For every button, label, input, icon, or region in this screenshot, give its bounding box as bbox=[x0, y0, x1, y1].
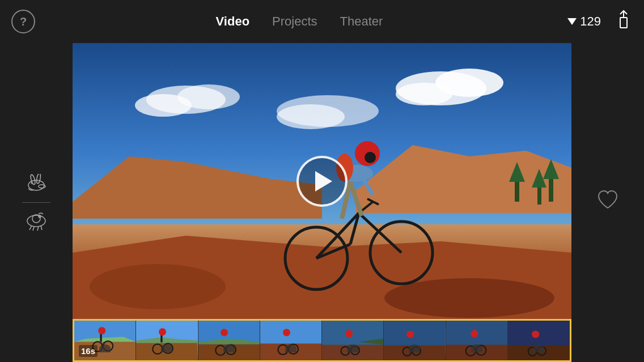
svg-point-33 bbox=[90, 264, 226, 309]
slow-speed-icon[interactable] bbox=[22, 208, 51, 231]
filmstrip-thumb-2[interactable] bbox=[136, 321, 198, 360]
help-icon: ? bbox=[20, 15, 27, 28]
svg-rect-82 bbox=[384, 346, 445, 360]
share-button[interactable] bbox=[615, 10, 633, 33]
top-navigation-bar: ? Video Projects Theater 129 bbox=[0, 0, 644, 43]
tab-projects[interactable]: Projects bbox=[272, 12, 317, 31]
svg-point-74 bbox=[283, 329, 290, 336]
fast-speed-icon[interactable] bbox=[22, 174, 51, 197]
svg-point-80 bbox=[345, 330, 353, 338]
speed-controls bbox=[22, 174, 51, 232]
svg-point-6 bbox=[31, 182, 33, 184]
topbar-left: ? bbox=[11, 10, 57, 33]
svg-line-9 bbox=[29, 225, 32, 230]
filmstrip-thumb-8[interactable] bbox=[508, 321, 570, 360]
tab-theater[interactable]: Theater bbox=[340, 12, 383, 31]
timeline-strip[interactable]: 16s bbox=[73, 319, 571, 362]
filmstrip-thumb-7[interactable] bbox=[446, 321, 508, 360]
video-count-badge: 129 bbox=[567, 14, 601, 29]
right-sidebar bbox=[571, 43, 644, 362]
svg-point-69 bbox=[220, 329, 227, 336]
filmstrip-thumb-5[interactable] bbox=[322, 321, 384, 360]
filmstrip-thumb-4[interactable] bbox=[260, 321, 322, 360]
topbar-right: 129 bbox=[542, 10, 633, 33]
svg-point-4 bbox=[36, 174, 41, 184]
svg-point-63 bbox=[159, 328, 166, 335]
tab-bar: Video Projects Theater bbox=[216, 12, 383, 31]
svg-rect-71 bbox=[260, 343, 321, 360]
video-player bbox=[73, 43, 571, 319]
filmstrip bbox=[74, 321, 570, 360]
svg-line-12 bbox=[41, 225, 42, 230]
tab-video[interactable]: Video bbox=[216, 12, 250, 31]
svg-point-56 bbox=[98, 327, 105, 334]
svg-point-85 bbox=[406, 331, 414, 338]
help-button[interactable]: ? bbox=[11, 10, 35, 33]
svg-point-7 bbox=[27, 215, 45, 227]
svg-rect-0 bbox=[620, 18, 627, 28]
play-icon bbox=[315, 171, 332, 191]
play-button[interactable] bbox=[296, 156, 348, 207]
svg-rect-58 bbox=[136, 343, 197, 360]
favorite-button[interactable] bbox=[596, 190, 619, 215]
svg-line-10 bbox=[33, 227, 34, 231]
svg-rect-65 bbox=[198, 344, 260, 360]
svg-rect-76 bbox=[322, 345, 383, 360]
video-background bbox=[73, 43, 571, 319]
svg-line-11 bbox=[37, 227, 39, 231]
svg-point-20 bbox=[177, 84, 240, 109]
svg-point-3 bbox=[30, 174, 36, 185]
svg-point-90 bbox=[471, 330, 478, 338]
filmstrip-thumb-3[interactable] bbox=[198, 321, 260, 360]
svg-point-61 bbox=[163, 343, 173, 353]
svg-point-45 bbox=[365, 152, 376, 163]
filmstrip-thumb-6[interactable] bbox=[384, 321, 446, 360]
svg-point-95 bbox=[532, 331, 539, 338]
left-sidebar bbox=[0, 43, 73, 362]
share-icon bbox=[615, 10, 633, 31]
heart-icon bbox=[596, 190, 619, 210]
speed-divider bbox=[22, 202, 50, 203]
svg-rect-92 bbox=[508, 346, 569, 360]
svg-point-22 bbox=[277, 104, 345, 129]
duration-label: 16s bbox=[79, 345, 98, 357]
video-scene bbox=[73, 43, 571, 319]
dropdown-icon[interactable] bbox=[567, 18, 577, 25]
video-count: 129 bbox=[580, 14, 601, 29]
svg-point-17 bbox=[396, 83, 452, 105]
